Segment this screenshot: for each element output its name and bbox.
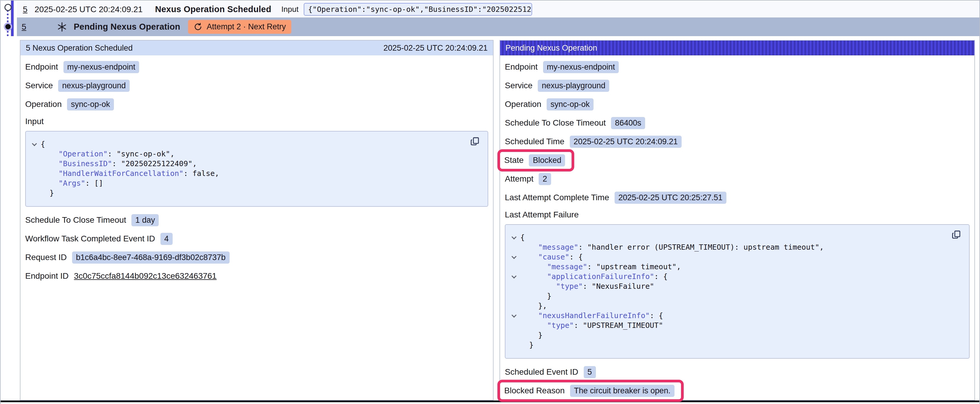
field-label: Blocked Reason bbox=[504, 386, 565, 395]
collapse-chevron-icon bbox=[28, 178, 41, 188]
event-history-screen: 5 2025-02-25 UTC 20:24:09.21 Nexus Opera… bbox=[0, 0, 980, 404]
input-section-label: Input bbox=[25, 117, 488, 126]
asterisk-icon bbox=[57, 22, 67, 32]
field-label: Operation bbox=[25, 100, 62, 109]
blocked-reason-value-badge: The circuit breaker is open. bbox=[570, 385, 675, 397]
field-value-badge: sync-op-ok bbox=[67, 98, 114, 111]
field-label: Endpoint bbox=[505, 62, 538, 72]
field-row: Endpoint my-nexus-endpoint bbox=[505, 61, 970, 73]
event-id-link[interactable]: 5 bbox=[22, 22, 26, 32]
field-value-badge: 1 day bbox=[131, 214, 159, 226]
blocked-reason-row: Blocked Reason The circuit breaker is op… bbox=[505, 385, 970, 397]
container-bottom-border bbox=[1, 401, 980, 402]
field-row: Schedule To Close Timeout 86400s bbox=[505, 117, 970, 129]
event-row-scheduled[interactable]: 5 2025-02-25 UTC 20:24:09.21 Nexus Opera… bbox=[17, 1, 979, 17]
event-id-link[interactable]: 5 bbox=[23, 5, 28, 14]
right-panel-header: Pending Nexus Operation bbox=[500, 41, 974, 55]
left-panel-title: 5 Nexus Operation Scheduled bbox=[26, 44, 133, 53]
collapse-chevron-icon bbox=[508, 242, 520, 252]
copy-button[interactable] bbox=[470, 136, 480, 146]
field-value-badge: my-nexus-endpoint bbox=[64, 61, 139, 73]
field-value-badge: 86400s bbox=[611, 117, 645, 129]
field-label: Operation bbox=[505, 100, 541, 109]
left-fields-bottom: Schedule To Close Timeout 1 day Workflow… bbox=[25, 214, 488, 264]
pending-operation-panel: Pending Nexus Operation Endpoint my-nexu… bbox=[500, 40, 975, 401]
scheduled-event-detail-panel: 5 Nexus Operation Scheduled 2025-02-25 U… bbox=[20, 40, 493, 401]
field-row: Workflow Task Completed Event ID 4 bbox=[25, 233, 488, 245]
input-json-block: { "Operation": "sync-op-ok", "BusinessID… bbox=[25, 131, 488, 207]
collapse-chevron-icon bbox=[508, 301, 520, 311]
left-panel-header: 5 Nexus Operation Scheduled 2025-02-25 U… bbox=[21, 41, 493, 55]
field-value-badge: 2 bbox=[539, 173, 551, 185]
field-value-badge: 4 bbox=[161, 233, 173, 245]
collapse-chevron-icon bbox=[508, 281, 520, 291]
state-highlight-annotation: State Blocked bbox=[497, 149, 574, 171]
collapse-chevron-icon[interactable] bbox=[508, 272, 520, 281]
field-label: Last Attempt Complete Time bbox=[505, 193, 609, 202]
event-row-pending[interactable]: 5 Pending Nexus Operation Attempt 2 · Ne… bbox=[17, 17, 979, 36]
field-row: Endpoint my-nexus-endpoint bbox=[25, 61, 488, 73]
field-label: Scheduled Time bbox=[505, 137, 565, 146]
collapse-chevron-icon[interactable] bbox=[508, 311, 520, 320]
field-label: Endpoint ID bbox=[25, 271, 68, 281]
collapse-chevron-icon bbox=[508, 330, 520, 340]
field-row: Operation sync-op-ok bbox=[25, 98, 488, 111]
collapse-chevron-icon bbox=[508, 262, 520, 272]
field-row: Service nexus-playground bbox=[25, 79, 488, 92]
field-label: Workflow Task Completed Event ID bbox=[25, 234, 155, 244]
field-value-badge: 5 bbox=[584, 366, 596, 378]
timeline-active-rail bbox=[11, 1, 14, 36]
collapse-chevron-icon bbox=[28, 188, 41, 198]
field-value-badge: b1c6a4bc-8ee7-468a-9169-df3b02c8737b bbox=[72, 252, 229, 264]
collapse-chevron-icon bbox=[28, 149, 41, 159]
event-title: Nexus Operation Scheduled bbox=[155, 5, 271, 14]
field-label: Scheduled Event ID bbox=[505, 367, 578, 377]
retry-badge-label: Attempt 2 · Next Retry bbox=[207, 22, 286, 32]
retry-icon bbox=[193, 22, 203, 32]
copy-button[interactable] bbox=[951, 230, 961, 239]
failure-section-label: Last Attempt Failure bbox=[505, 210, 970, 219]
field-value-badge: 2025-02-25 UTC 20:24:09.21 bbox=[570, 136, 682, 148]
copy-icon bbox=[470, 136, 480, 146]
left-fields-top: Endpoint my-nexus-endpoint Service nexus… bbox=[25, 61, 488, 111]
field-row: Operation sync-op-ok bbox=[505, 98, 970, 111]
event-input-preview-chip[interactable]: {"Operation":"sync-op-ok","BusinessID":"… bbox=[304, 3, 532, 16]
field-row: Schedule To Close Timeout 1 day bbox=[25, 214, 488, 226]
collapse-chevron-icon bbox=[28, 159, 41, 168]
endpoint-id-row: Endpoint ID 3c0c75ccfa8144b092c13ce63246… bbox=[25, 270, 488, 282]
field-label: State bbox=[504, 155, 523, 165]
collapse-chevron-icon[interactable] bbox=[508, 252, 520, 262]
field-row: Request ID b1c6a4bc-8ee7-468a-9169-df3b0… bbox=[25, 251, 488, 264]
left-panel-timestamp: 2025-02-25 UTC 20:24:09.21 bbox=[383, 44, 488, 53]
state-value-badge: Blocked bbox=[529, 154, 565, 166]
field-label: Endpoint bbox=[25, 62, 58, 72]
field-row: Last Attempt Complete Time 2025-02-25 UT… bbox=[505, 191, 970, 204]
field-label: Service bbox=[25, 81, 53, 90]
collapse-chevron-icon[interactable] bbox=[28, 139, 41, 149]
scheduled-event-id-row: Scheduled Event ID 5 bbox=[505, 366, 970, 378]
event-input-label: Input bbox=[282, 5, 299, 14]
field-row: Scheduled Time 2025-02-25 UTC 20:24:09.2… bbox=[505, 135, 970, 148]
collapse-chevron-icon bbox=[508, 320, 520, 330]
right-panel-title: Pending Nexus Operation bbox=[506, 44, 597, 53]
event-time: 2025-02-25 UTC 20:24:09.21 bbox=[35, 5, 143, 14]
collapse-chevron-icon bbox=[508, 291, 520, 301]
copy-icon bbox=[951, 230, 961, 239]
timeline-node-current-icon[interactable] bbox=[4, 22, 12, 31]
collapse-chevron-icon bbox=[508, 340, 520, 350]
blocked-reason-highlight-annotation: Blocked Reason The circuit breaker is op… bbox=[497, 380, 684, 402]
state-row: State Blocked bbox=[505, 154, 970, 166]
right-fields-mid: Attempt 2 Last Attempt Complete Time 202… bbox=[505, 173, 970, 204]
right-fields-top: Endpoint my-nexus-endpoint Service nexus… bbox=[505, 61, 970, 148]
field-value-badge: sync-op-ok bbox=[547, 98, 593, 111]
field-label: Attempt bbox=[505, 174, 533, 184]
failure-json-block: { "message": "handler error (UPSTREAM_TI… bbox=[505, 224, 970, 359]
event-title: Pending Nexus Operation bbox=[74, 22, 180, 32]
timeline-node-open-icon[interactable] bbox=[5, 4, 11, 11]
field-value-badge: 2025-02-25 UTC 20:25:27.51 bbox=[614, 192, 726, 204]
field-value-badge: nexus-playground bbox=[538, 80, 609, 92]
collapse-chevron-icon[interactable] bbox=[508, 233, 520, 242]
field-value-badge: nexus-playground bbox=[58, 80, 130, 92]
endpoint-id-link[interactable]: 3c0c75ccfa8144b092c13ce632463761 bbox=[74, 271, 216, 281]
field-label: Schedule To Close Timeout bbox=[505, 118, 606, 128]
